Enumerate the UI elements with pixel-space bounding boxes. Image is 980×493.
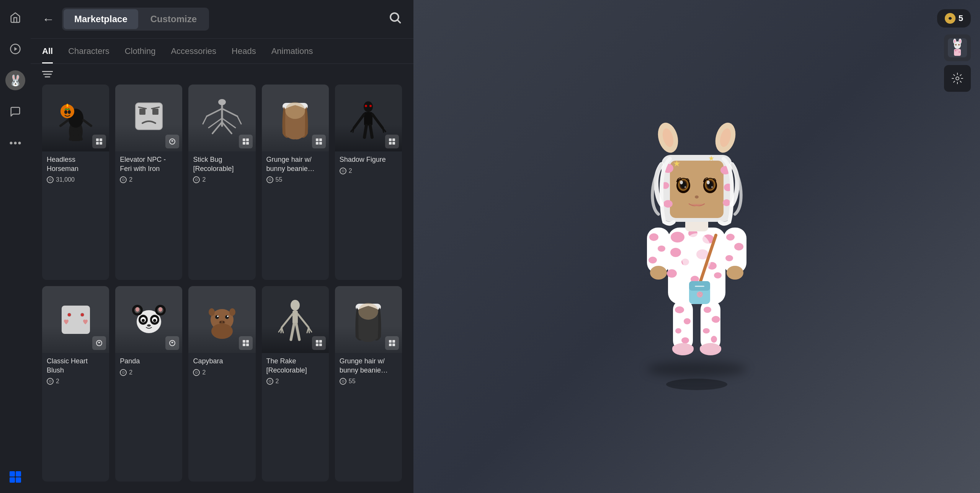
svg-rect-122 — [319, 340, 322, 343]
svg-point-146 — [956, 77, 959, 80]
back-button[interactable]: ← — [42, 13, 54, 25]
svg-point-127 — [358, 303, 378, 320]
svg-rect-161 — [700, 345, 721, 351]
svg-rect-54 — [319, 138, 322, 141]
price-value: 55 — [276, 176, 283, 183]
item-card-capybara[interactable]: Capybara ⊙ 2 — [188, 286, 255, 482]
svg-line-22 — [83, 120, 91, 126]
item-overlay-icon — [385, 135, 399, 148]
item-card-classic-heart-blush[interactable]: Classic Heart Blush ⊙ 2 — [42, 286, 109, 482]
item-card-the-rake[interactable]: The Rake [Recolorable] ⊙ 2 — [262, 286, 329, 482]
main-panel: ← Marketplace Customize All Characters C… — [31, 0, 413, 493]
cat-tab-characters[interactable]: Characters — [68, 46, 109, 63]
filter-button[interactable] — [42, 70, 53, 78]
svg-line-21 — [60, 120, 68, 126]
svg-point-172 — [714, 272, 722, 278]
avatar-figure: ♡ — [601, 94, 792, 400]
svg-rect-131 — [392, 343, 395, 346]
svg-point-104 — [211, 324, 233, 339]
item-price: ⊙ 2 — [193, 369, 251, 376]
item-card-headless-horseman[interactable]: Headless Horseman ⊙ 31,000 — [42, 85, 109, 280]
svg-rect-47 — [246, 138, 249, 141]
item-thumb — [188, 286, 255, 353]
svg-text:♡: ♡ — [698, 291, 703, 298]
svg-point-156 — [704, 307, 711, 313]
avatar-panel: 5 — [413, 0, 980, 493]
svg-rect-5 — [10, 471, 15, 477]
sidebar-home[interactable] — [5, 8, 25, 28]
item-card-elevator-npc[interactable]: Elevator NPC - Feri with Iron ⊙ 2 — [115, 85, 182, 280]
cat-tab-all[interactable]: All — [42, 46, 53, 63]
item-card-panda[interactable]: Panda ⊙ 2 — [115, 286, 182, 482]
svg-rect-154 — [672, 345, 694, 351]
item-card-grunge-hair-2[interactable]: ★ Grunge ha — [335, 286, 402, 482]
robux-icon: ⊙ — [47, 378, 54, 385]
svg-point-210 — [684, 186, 686, 188]
svg-point-17 — [64, 110, 67, 114]
svg-marker-1 — [15, 47, 18, 51]
cat-tab-accessories[interactable]: Accessories — [171, 46, 216, 63]
item-thumb — [42, 85, 109, 151]
svg-point-97 — [217, 316, 219, 317]
price-value: 2 — [56, 378, 59, 385]
robux-icon: ⊙ — [266, 378, 273, 385]
svg-line-10 — [398, 20, 400, 23]
svg-rect-73 — [62, 306, 90, 334]
roblox-logo — [7, 469, 24, 485]
cat-tab-clothing[interactable]: Clothing — [125, 46, 156, 63]
avatar-settings-button[interactable] — [944, 65, 971, 92]
svg-point-89 — [153, 319, 156, 322]
svg-point-199 — [723, 199, 730, 206]
item-name: Elevator NPC - Feri with Iron — [120, 155, 178, 173]
avatar-shadow — [647, 361, 746, 377]
svg-point-98 — [227, 316, 229, 317]
svg-point-173 — [681, 233, 712, 275]
svg-line-40 — [203, 116, 207, 124]
tab-marketplace[interactable]: Marketplace — [64, 9, 138, 29]
sidebar-avatar[interactable]: 🐰 — [5, 70, 25, 90]
svg-point-141 — [955, 50, 957, 52]
item-info: Stick Bug [Recolorable] ⊙ 2 — [188, 151, 255, 189]
svg-line-111 — [282, 314, 292, 327]
header: ← Marketplace Customize — [31, 0, 413, 39]
robux-amount: 5 — [959, 13, 963, 23]
item-card-shadow-figure[interactable]: Shadow Figure ⊙ 2 — [335, 85, 402, 280]
svg-rect-106 — [246, 340, 249, 343]
sidebar-play[interactable] — [5, 39, 25, 59]
svg-point-198 — [663, 200, 673, 208]
tab-customize[interactable]: Customize — [140, 9, 207, 29]
svg-point-150 — [684, 318, 691, 324]
robux-icon: ⊙ — [340, 378, 346, 385]
svg-point-91 — [136, 307, 139, 312]
svg-point-59 — [369, 105, 372, 107]
cat-tab-heads[interactable]: Heads — [232, 46, 256, 63]
svg-rect-177 — [695, 286, 704, 287]
svg-point-147 — [666, 379, 727, 390]
svg-point-209 — [680, 181, 683, 184]
svg-rect-128 — [389, 340, 392, 343]
item-card-grunge-hair-1[interactable]: ★ Grunge ha — [262, 85, 329, 280]
item-name: Grunge hair w/ bunny beanie… — [266, 155, 324, 173]
svg-point-57 — [364, 101, 373, 112]
sidebar-more[interactable] — [5, 133, 25, 153]
svg-point-102 — [209, 308, 215, 316]
sidebar-bottom — [7, 469, 24, 485]
avatar-preview-button[interactable] — [944, 34, 971, 61]
robux-badge[interactable]: 5 — [937, 9, 971, 28]
svg-rect-53 — [316, 138, 318, 141]
svg-rect-69 — [389, 138, 392, 141]
item-thumb: ★ — [262, 85, 329, 151]
search-button[interactable] — [388, 11, 402, 28]
svg-rect-28 — [100, 142, 102, 145]
cat-tab-animations[interactable]: Animations — [271, 46, 313, 63]
item-card-stick-bug[interactable]: Stick Bug [Recolorable] ⊙ 2 — [188, 85, 255, 280]
avatar-svg: ♡ — [605, 101, 789, 392]
item-price: ⊙ 55 — [266, 176, 324, 183]
svg-point-92 — [158, 307, 162, 312]
svg-rect-49 — [246, 142, 249, 145]
price-value: 2 — [276, 378, 279, 385]
item-name: Stick Bug [Recolorable] — [193, 155, 251, 173]
item-info: Shadow Figure ⊙ 2 — [335, 151, 402, 179]
sidebar-chat[interactable] — [5, 102, 25, 122]
svg-point-151 — [675, 328, 681, 334]
